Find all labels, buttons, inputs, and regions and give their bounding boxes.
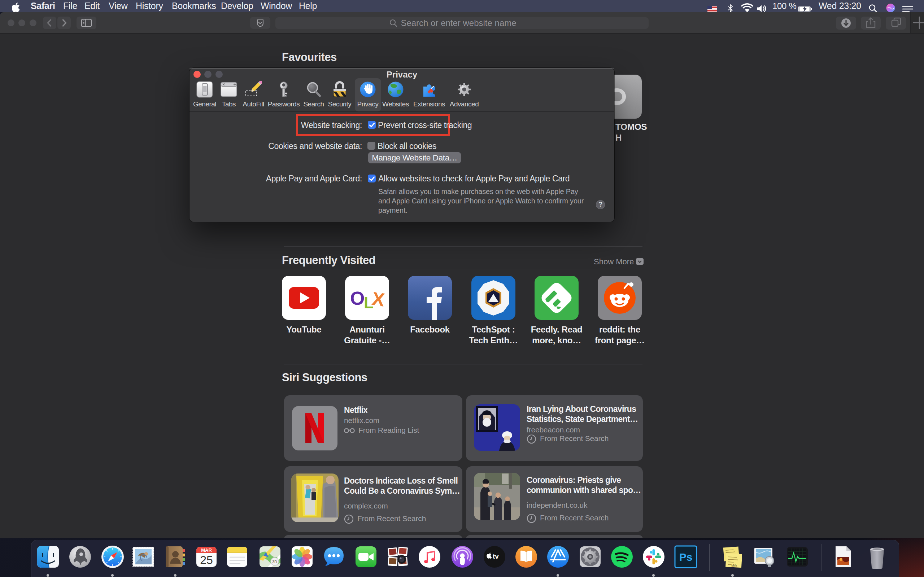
svg-text:tv: tv (493, 553, 499, 560)
svg-text:Milk: Milk (731, 564, 737, 567)
svg-text:O: O (350, 288, 365, 309)
svg-text:25: 25 (200, 554, 213, 567)
svg-text:3D: 3D (272, 560, 277, 564)
svg-text:MAR: MAR (201, 548, 212, 553)
svg-text:X: X (371, 288, 386, 310)
svg-text:Ps: Ps (679, 551, 693, 563)
